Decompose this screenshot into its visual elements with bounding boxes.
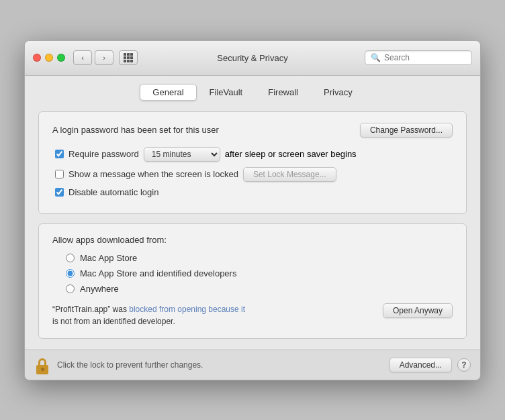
help-button[interactable]: ? xyxy=(457,358,471,372)
search-icon: 🔍 xyxy=(371,53,381,62)
login-section: A login password has been set for this u… xyxy=(38,111,467,214)
nav-buttons: ‹ › xyxy=(73,50,113,65)
password-time-select[interactable]: immediately 5 seconds 1 minute 5 minutes… xyxy=(144,147,220,162)
disable-autologin-label: Disable automatic login xyxy=(55,187,158,197)
blocked-text-part1: “ProfitTrain.app” was xyxy=(52,305,129,314)
show-message-checkbox[interactable] xyxy=(55,170,64,178)
lock-icon[interactable] xyxy=(34,356,50,374)
show-message-text: Show a message when the screen is locked xyxy=(68,169,238,179)
close-button[interactable] xyxy=(33,54,41,62)
forward-button[interactable]: › xyxy=(95,50,113,65)
grid-icon xyxy=(124,53,133,62)
radio-mac-identified[interactable] xyxy=(66,269,75,278)
require-password-text: Require password xyxy=(68,149,139,159)
radio-identified-label[interactable]: Mac App Store and identified developers xyxy=(80,268,236,278)
radio-mac-app-store-row: Mac App Store xyxy=(52,253,453,263)
radio-anywhere[interactable] xyxy=(66,284,75,293)
blocked-message-area: “ProfitTrain.app” was blocked from openi… xyxy=(52,303,453,327)
window-title: Security & Privacy xyxy=(217,53,287,63)
statusbar: Click the lock to prevent further change… xyxy=(25,350,480,380)
show-message-row: Show a message when the screen is locked… xyxy=(52,167,453,182)
require-password-row: Require password immediately 5 seconds 1… xyxy=(52,147,453,162)
set-lock-message-button[interactable]: Set Lock Message... xyxy=(243,167,336,182)
lock-shackle xyxy=(38,358,46,365)
require-password-label: Require password xyxy=(55,149,139,159)
statusbar-right: Advanced... ? xyxy=(389,358,471,372)
advanced-button[interactable]: Advanced... xyxy=(389,358,452,372)
open-anyway-button[interactable]: Open Anyway xyxy=(383,303,453,318)
radio-anywhere-row: Anywhere xyxy=(52,284,453,294)
radio-mac-app-store-label[interactable]: Mac App Store xyxy=(80,253,137,263)
show-message-label: Show a message when the screen is locked xyxy=(55,169,238,179)
blocked-text: “ProfitTrain.app” was blocked from openi… xyxy=(52,303,372,327)
login-password-text: A login password has been set for this u… xyxy=(52,125,219,135)
change-password-button[interactable]: Change Password... xyxy=(360,123,453,138)
back-button[interactable]: ‹ xyxy=(73,50,92,65)
after-sleep-text: after sleep or screen saver begins xyxy=(225,149,357,159)
allow-apps-title: Allow apps downloaded from: xyxy=(52,235,453,245)
allow-apps-section: Allow apps downloaded from: Mac App Stor… xyxy=(38,223,467,339)
blocked-text-part2: is not from an identified developer. xyxy=(52,317,175,326)
grid-button[interactable] xyxy=(119,50,138,65)
disable-autologin-text: Disable automatic login xyxy=(68,187,158,197)
require-password-checkbox[interactable] xyxy=(55,150,64,158)
tab-general[interactable]: General xyxy=(140,84,196,101)
tab-privacy[interactable]: Privacy xyxy=(311,84,365,101)
lock-body xyxy=(36,365,48,374)
disable-autologin-checkbox[interactable] xyxy=(55,188,64,197)
tab-firewall[interactable]: Firewall xyxy=(255,84,311,101)
login-row: A login password has been set for this u… xyxy=(52,123,453,138)
disable-autologin-row: Disable automatic login xyxy=(52,187,453,197)
titlebar: ‹ › Security & Privacy 🔍 xyxy=(25,41,480,76)
radio-anywhere-label[interactable]: Anywhere xyxy=(80,284,119,294)
search-box[interactable]: 🔍 xyxy=(365,50,472,65)
content-area: A login password has been set for this u… xyxy=(25,101,480,350)
radio-mac-app-store[interactable] xyxy=(66,254,75,262)
tabs-bar: General FileVault Firewall Privacy xyxy=(25,76,480,101)
radio-identified-row: Mac App Store and identified developers xyxy=(52,268,453,278)
lock-keyhole xyxy=(41,368,44,371)
maximize-button[interactable] xyxy=(57,54,65,62)
blocked-text-highlight: blocked from opening because it xyxy=(129,305,245,314)
minimize-button[interactable] xyxy=(45,54,53,62)
traffic-lights xyxy=(33,54,65,62)
tab-filevault[interactable]: FileVault xyxy=(197,84,256,101)
lock-click-text: Click the lock to prevent further change… xyxy=(57,360,383,370)
main-window: ‹ › Security & Privacy 🔍 General FileVau… xyxy=(24,40,481,380)
search-input[interactable] xyxy=(384,53,466,62)
